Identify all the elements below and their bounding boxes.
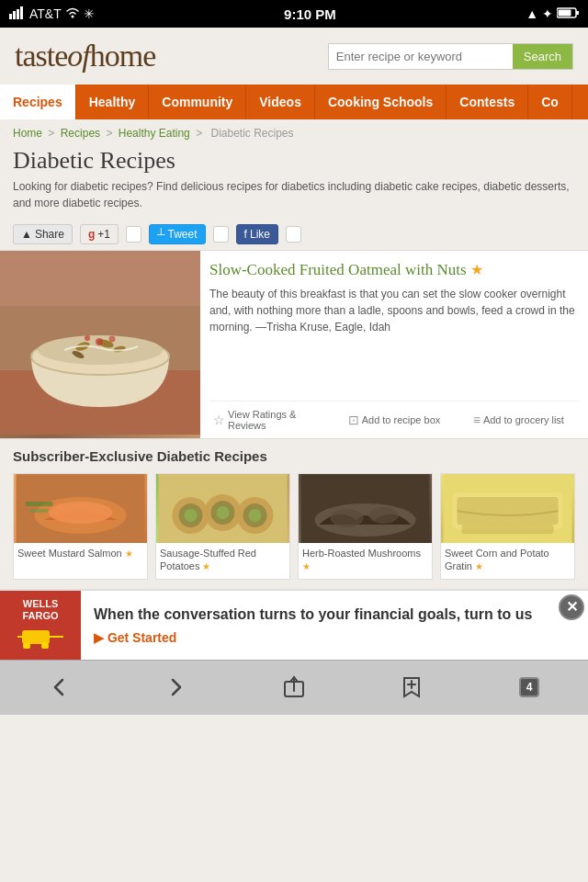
recipe-card-potato[interactable]: Sausage-Stuffed Red Potatoes ★	[155, 473, 290, 580]
recipe-thumb-corn	[441, 474, 574, 543]
nav-item-videos[interactable]: Videos	[246, 85, 315, 119]
recipe-card-title-corn: Sweet Corn and Potato Gratin ★	[441, 543, 574, 579]
nav-item-recipes[interactable]: Recipes	[0, 85, 76, 119]
recipe-thumb-mushroom	[299, 474, 432, 543]
breadcrumb-healthy-eating[interactable]: Healthy Eating	[119, 127, 190, 140]
svg-rect-44	[22, 630, 50, 644]
featured-recipe-title[interactable]: Slow-Cooked Fruited Oatmeal with Nuts ★	[209, 260, 579, 280]
bookmarks-button[interactable]	[391, 667, 432, 707]
search-input[interactable]	[329, 44, 513, 69]
nav-item-community[interactable]: Community	[149, 85, 246, 119]
loading-icon: ✳	[84, 6, 95, 21]
svg-point-39	[369, 507, 399, 524]
recipe-box-icon: ⊡	[348, 413, 359, 427]
breadcrumb-recipes[interactable]: Recipes	[61, 127, 100, 140]
svg-rect-7	[559, 10, 571, 17]
search-bar: Search	[328, 43, 573, 70]
svg-rect-43	[462, 525, 554, 534]
location-icon: ▲	[526, 6, 538, 21]
svg-point-19	[85, 335, 90, 341]
breadcrumb-sep3: >	[196, 127, 205, 140]
tabs-button[interactable]: 4	[509, 667, 549, 707]
header: tasteofhome Search	[0, 28, 588, 85]
add-grocery-list-button[interactable]: ≡ Add to grocery list	[458, 407, 579, 433]
ad-cta-button[interactable]: ▶ Get Started	[94, 630, 575, 645]
like-label: Like	[250, 228, 270, 241]
subscriber-section-title: Subscriber-Exclusive Diabetic Recipes	[13, 448, 575, 464]
breadcrumb-sep2: >	[106, 127, 115, 140]
breadcrumb-home[interactable]: Home	[13, 127, 42, 140]
share-toolbar-button[interactable]	[274, 667, 314, 707]
tab-count: 4	[519, 677, 539, 697]
featured-img-bg	[0, 251, 200, 438]
wells-fargo-name: WELLS FARGO	[22, 598, 58, 622]
svg-rect-2	[17, 9, 19, 19]
svg-point-4	[71, 16, 74, 18]
tweet-label: Tweet	[168, 228, 198, 241]
status-left: AT&T ✳	[9, 6, 95, 22]
page-title-section: Diabetic Recipes Looking for diabetic re…	[0, 143, 588, 219]
page-description: Looking for diabetic recipes? Find delic…	[13, 178, 575, 211]
svg-rect-42	[458, 497, 559, 525]
svg-point-35	[249, 509, 262, 522]
potato-star: ★	[202, 561, 210, 571]
svg-point-33	[185, 509, 198, 522]
corn-star: ★	[475, 561, 483, 571]
nav-item-healthy[interactable]: Healthy	[76, 85, 150, 119]
like-count	[286, 226, 301, 243]
wells-fargo-logo: WELLS FARGO	[0, 591, 81, 660]
ad-headline: When the conversation turns to your fina…	[94, 605, 575, 625]
tweet-count	[213, 226, 229, 243]
featured-recipe-content: Slow-Cooked Fruited Oatmeal with Nuts ★ …	[200, 251, 588, 438]
battery-icon	[557, 6, 579, 21]
back-button[interactable]	[39, 667, 79, 707]
carrier-label: AT&T	[29, 6, 62, 21]
gplus-label: +1	[97, 228, 110, 241]
svg-point-18	[96, 338, 103, 345]
recipe-card-corn[interactable]: Sweet Corn and Potato Gratin ★	[440, 473, 575, 580]
featured-actions: ☆ View Ratings & Reviews ⊡ Add to recipe…	[209, 401, 579, 433]
signal-bars	[9, 6, 26, 22]
featured-recipe-description: The beauty of this breakfast is that you…	[209, 286, 579, 393]
gplus-button[interactable]: g +1	[80, 224, 119, 244]
recipe-thumb-potato	[156, 474, 289, 543]
featured-recipe-image[interactable]	[0, 251, 200, 438]
nav-item-cooking-schools[interactable]: Cooking Schools	[315, 85, 447, 119]
nav-item-co[interactable]: Co	[528, 85, 572, 119]
salmon-star: ★	[125, 548, 133, 559]
add-grocery-list-label: Add to grocery list	[483, 414, 564, 425]
view-ratings-label: View Ratings & Reviews	[228, 409, 326, 431]
svg-rect-25	[30, 509, 49, 513]
svg-point-38	[331, 509, 364, 527]
recipe-card-salmon[interactable]: Sweet Mustard Salmon ★	[13, 473, 148, 580]
status-bar: AT&T ✳ 9:10 PM ▲ ✦	[0, 0, 588, 28]
tweet-button[interactable]: ┴ Tweet	[149, 224, 206, 244]
share-button[interactable]: ▲ Share	[13, 224, 73, 244]
featured-rating-star: ★	[470, 262, 483, 277]
like-button[interactable]: f Like	[236, 224, 278, 244]
close-ad-button[interactable]: ✕	[559, 594, 584, 620]
search-button[interactable]: Search	[513, 44, 572, 69]
add-recipe-box-button[interactable]: ⊡ Add to recipe box	[334, 407, 454, 433]
star-icon: ☆	[213, 413, 225, 427]
time-display: 9:10 PM	[284, 6, 336, 22]
add-recipe-box-label: Add to recipe box	[362, 414, 441, 425]
wells-fargo-stage-coach	[17, 626, 63, 652]
gplus-icon: g	[88, 228, 95, 241]
main-nav: Recipes Healthy Community Videos Cooking…	[0, 85, 588, 119]
facebook-icon: f	[244, 228, 247, 241]
recipe-card-mushroom[interactable]: Herb-Roasted Mushrooms ★	[298, 473, 433, 580]
wifi-icon	[65, 6, 80, 21]
view-ratings-button[interactable]: ☆ View Ratings & Reviews	[209, 407, 330, 433]
mushroom-star: ★	[302, 561, 311, 571]
recipe-grid: Sweet Mustard Salmon ★	[13, 473, 575, 580]
bottom-toolbar: 4	[0, 660, 588, 715]
ad-banner: WELLS FARGO When the conversation turns …	[0, 589, 588, 660]
site-logo[interactable]: tasteofhome	[15, 39, 155, 74]
gplus-count	[126, 226, 141, 243]
nav-item-contests[interactable]: Contests	[447, 85, 528, 119]
svg-point-20	[109, 336, 116, 343]
breadcrumb: Home > Recipes > Healthy Eating > Diabet…	[0, 119, 588, 143]
forward-button[interactable]	[156, 667, 197, 707]
bluetooth-icon: ✦	[542, 6, 553, 21]
